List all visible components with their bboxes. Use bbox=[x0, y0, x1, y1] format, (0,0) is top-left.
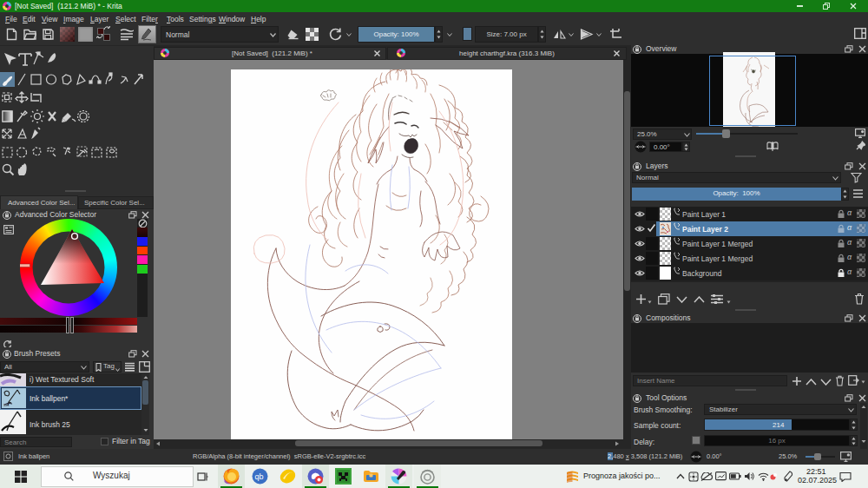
svg-text:sel: sel bbox=[3, 402, 9, 407]
svg-text:qb: qb bbox=[254, 472, 263, 481]
